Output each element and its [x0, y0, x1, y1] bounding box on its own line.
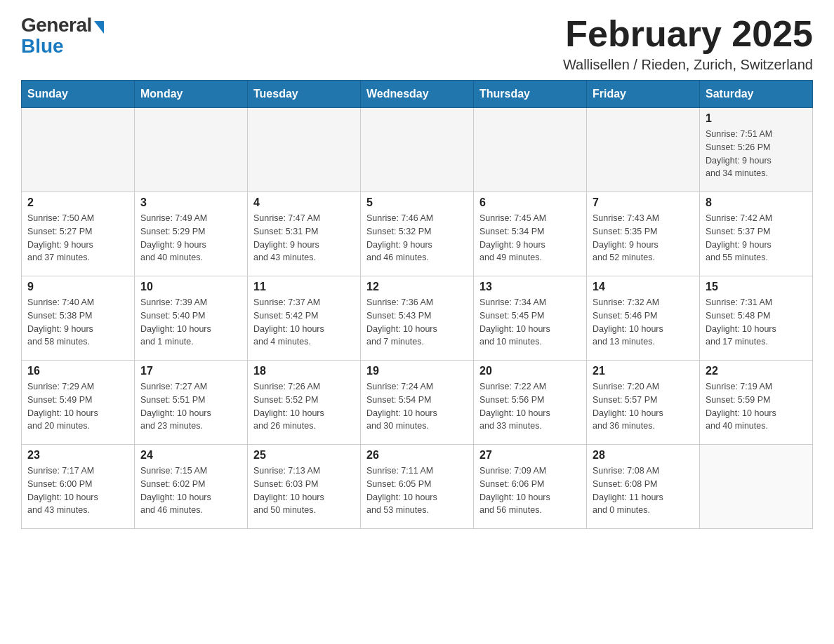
day-info: Sunrise: 7:32 AMSunset: 5:46 PMDaylight:…	[593, 296, 694, 349]
logo-arrow-icon	[94, 21, 104, 34]
day-number: 11	[253, 281, 355, 293]
day-info: Sunrise: 7:43 AMSunset: 5:35 PMDaylight:…	[593, 212, 694, 264]
calendar-day-cell: 9Sunrise: 7:40 AMSunset: 5:38 PMDaylight…	[22, 276, 135, 361]
calendar-day-cell	[700, 445, 813, 529]
calendar-day-cell: 21Sunrise: 7:20 AMSunset: 5:57 PMDayligh…	[587, 361, 700, 445]
calendar-day-cell	[22, 108, 135, 192]
week-row: 23Sunrise: 7:17 AMSunset: 6:00 PMDayligh…	[22, 445, 813, 529]
calendar-day-cell: 11Sunrise: 7:37 AMSunset: 5:42 PMDayligh…	[248, 276, 361, 361]
calendar-day-cell: 2Sunrise: 7:50 AMSunset: 5:27 PMDaylight…	[22, 192, 135, 276]
day-number: 6	[479, 196, 581, 209]
week-row: 2Sunrise: 7:50 AMSunset: 5:27 PMDaylight…	[22, 192, 813, 276]
calendar-day-cell: 3Sunrise: 7:49 AMSunset: 5:29 PMDaylight…	[135, 192, 248, 276]
day-info: Sunrise: 7:51 AMSunset: 5:26 PMDaylight:…	[706, 128, 807, 180]
calendar-day-cell: 15Sunrise: 7:31 AMSunset: 5:48 PMDayligh…	[700, 276, 813, 361]
day-of-week-header: Thursday	[474, 81, 587, 108]
day-info: Sunrise: 7:37 AMSunset: 5:42 PMDaylight:…	[253, 296, 355, 349]
day-number: 1	[706, 112, 807, 125]
day-number: 19	[366, 365, 468, 377]
calendar-day-cell	[587, 108, 700, 192]
calendar-table: SundayMondayTuesdayWednesdayThursdayFrid…	[21, 80, 813, 529]
title-section: February 2025 Wallisellen / Rieden, Zuri…	[563, 14, 813, 73]
week-row: 16Sunrise: 7:29 AMSunset: 5:49 PMDayligh…	[22, 361, 813, 445]
day-number: 21	[593, 365, 694, 377]
day-number: 24	[140, 449, 241, 462]
calendar-day-cell: 20Sunrise: 7:22 AMSunset: 5:56 PMDayligh…	[474, 361, 587, 445]
calendar-day-cell	[135, 108, 248, 192]
week-row: 1Sunrise: 7:51 AMSunset: 5:26 PMDaylight…	[22, 108, 813, 192]
day-info: Sunrise: 7:17 AMSunset: 6:00 PMDaylight:…	[27, 464, 128, 517]
calendar-day-cell: 24Sunrise: 7:15 AMSunset: 6:02 PMDayligh…	[135, 445, 248, 529]
logo: General Blue	[21, 14, 104, 58]
day-number: 14	[593, 281, 694, 293]
calendar-day-cell: 8Sunrise: 7:42 AMSunset: 5:37 PMDaylight…	[700, 192, 813, 276]
calendar-day-cell	[248, 108, 361, 192]
logo-general-text: General	[21, 14, 92, 36]
calendar-day-cell: 28Sunrise: 7:08 AMSunset: 6:08 PMDayligh…	[587, 445, 700, 529]
day-number: 15	[706, 281, 807, 293]
day-info: Sunrise: 7:20 AMSunset: 5:57 PMDaylight:…	[593, 380, 694, 433]
day-info: Sunrise: 7:49 AMSunset: 5:29 PMDaylight:…	[140, 212, 241, 264]
day-info: Sunrise: 7:29 AMSunset: 5:49 PMDaylight:…	[27, 380, 128, 433]
calendar-day-cell: 23Sunrise: 7:17 AMSunset: 6:00 PMDayligh…	[22, 445, 135, 529]
calendar-day-cell: 7Sunrise: 7:43 AMSunset: 5:35 PMDaylight…	[587, 192, 700, 276]
day-number: 27	[479, 449, 581, 462]
day-number: 28	[593, 449, 694, 462]
calendar-day-cell: 12Sunrise: 7:36 AMSunset: 5:43 PMDayligh…	[361, 276, 474, 361]
location-text: Wallisellen / Rieden, Zurich, Switzerlan…	[563, 57, 813, 73]
day-number: 23	[27, 449, 128, 462]
day-number: 26	[366, 449, 468, 462]
calendar-day-cell: 1Sunrise: 7:51 AMSunset: 5:26 PMDaylight…	[700, 108, 813, 192]
day-number: 20	[479, 365, 581, 377]
day-of-week-header: Wednesday	[361, 81, 474, 108]
day-info: Sunrise: 7:09 AMSunset: 6:06 PMDaylight:…	[479, 464, 581, 517]
page-header: General Blue February 2025 Wallisellen /…	[21, 14, 813, 73]
day-number: 3	[140, 196, 241, 209]
calendar-day-cell: 18Sunrise: 7:26 AMSunset: 5:52 PMDayligh…	[248, 361, 361, 445]
day-number: 16	[27, 365, 128, 377]
day-info: Sunrise: 7:13 AMSunset: 6:03 PMDaylight:…	[253, 464, 355, 517]
calendar-day-cell: 6Sunrise: 7:45 AMSunset: 5:34 PMDaylight…	[474, 192, 587, 276]
day-of-week-header: Tuesday	[248, 81, 361, 108]
day-number: 13	[479, 281, 581, 293]
day-info: Sunrise: 7:39 AMSunset: 5:40 PMDaylight:…	[140, 296, 241, 349]
calendar-day-cell: 16Sunrise: 7:29 AMSunset: 5:49 PMDayligh…	[22, 361, 135, 445]
day-info: Sunrise: 7:47 AMSunset: 5:31 PMDaylight:…	[253, 212, 355, 264]
day-number: 4	[253, 196, 355, 209]
day-info: Sunrise: 7:42 AMSunset: 5:37 PMDaylight:…	[706, 212, 807, 264]
day-of-week-header: Saturday	[700, 81, 813, 108]
calendar-day-cell: 10Sunrise: 7:39 AMSunset: 5:40 PMDayligh…	[135, 276, 248, 361]
calendar-day-cell: 13Sunrise: 7:34 AMSunset: 5:45 PMDayligh…	[474, 276, 587, 361]
day-number: 18	[253, 365, 355, 377]
day-number: 2	[27, 196, 128, 209]
calendar-day-cell: 22Sunrise: 7:19 AMSunset: 5:59 PMDayligh…	[700, 361, 813, 445]
day-number: 10	[140, 281, 241, 293]
calendar-day-cell	[474, 108, 587, 192]
day-number: 22	[706, 365, 807, 377]
day-info: Sunrise: 7:31 AMSunset: 5:48 PMDaylight:…	[706, 296, 807, 349]
day-info: Sunrise: 7:15 AMSunset: 6:02 PMDaylight:…	[140, 464, 241, 517]
day-number: 17	[140, 365, 241, 377]
day-info: Sunrise: 7:08 AMSunset: 6:08 PMDaylight:…	[593, 464, 694, 517]
calendar-day-cell	[361, 108, 474, 192]
day-info: Sunrise: 7:46 AMSunset: 5:32 PMDaylight:…	[366, 212, 468, 264]
day-info: Sunrise: 7:40 AMSunset: 5:38 PMDaylight:…	[27, 296, 128, 349]
calendar-day-cell: 27Sunrise: 7:09 AMSunset: 6:06 PMDayligh…	[474, 445, 587, 529]
day-number: 8	[706, 196, 807, 209]
day-number: 5	[366, 196, 468, 209]
calendar-header: SundayMondayTuesdayWednesdayThursdayFrid…	[22, 81, 813, 108]
day-number: 25	[253, 449, 355, 462]
calendar-day-cell: 5Sunrise: 7:46 AMSunset: 5:32 PMDaylight…	[361, 192, 474, 276]
day-of-week-header: Friday	[587, 81, 700, 108]
day-info: Sunrise: 7:19 AMSunset: 5:59 PMDaylight:…	[706, 380, 807, 433]
day-info: Sunrise: 7:34 AMSunset: 5:45 PMDaylight:…	[479, 296, 581, 349]
day-of-week-header: Sunday	[22, 81, 135, 108]
day-info: Sunrise: 7:26 AMSunset: 5:52 PMDaylight:…	[253, 380, 355, 433]
calendar-day-cell: 17Sunrise: 7:27 AMSunset: 5:51 PMDayligh…	[135, 361, 248, 445]
day-info: Sunrise: 7:11 AMSunset: 6:05 PMDaylight:…	[366, 464, 468, 517]
calendar-day-cell: 25Sunrise: 7:13 AMSunset: 6:03 PMDayligh…	[248, 445, 361, 529]
calendar-body: 1Sunrise: 7:51 AMSunset: 5:26 PMDaylight…	[22, 108, 813, 529]
day-info: Sunrise: 7:22 AMSunset: 5:56 PMDaylight:…	[479, 380, 581, 433]
day-number: 12	[366, 281, 468, 293]
day-number: 7	[593, 196, 694, 209]
